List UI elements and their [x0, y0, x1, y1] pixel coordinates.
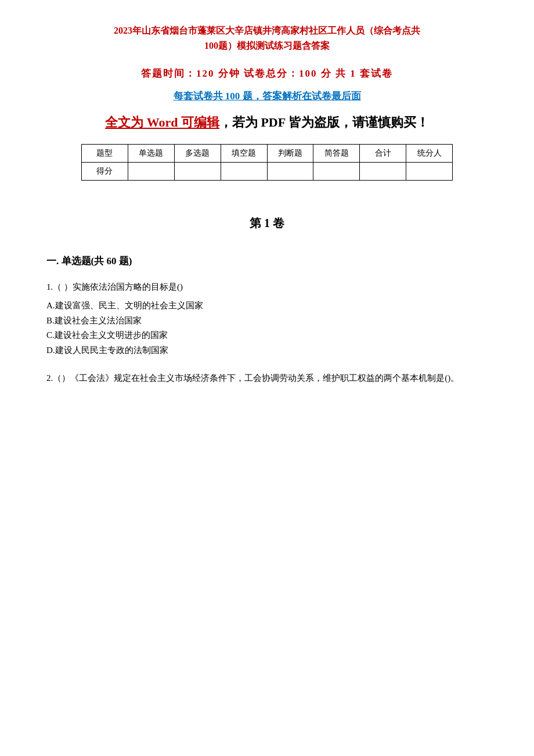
exam-meta: 答题时间：120 分钟 试卷总分：100 分 共 1 套试卷: [46, 67, 488, 80]
question-1-option-a: A.建设富强、民主、文明的社会主义国家: [46, 298, 488, 314]
table-header-cell: 合计: [360, 145, 406, 163]
section1-heading: 一. 单选题(共 60 题): [46, 254, 488, 268]
table-score-cell: [174, 163, 221, 181]
word-notice: 全文为 Word 可编辑，若为 PDF 皆为盗版，请谨慎购买！: [46, 112, 488, 132]
table-score-label: 得分: [82, 163, 128, 181]
question-1: 1.（ ）实施依法治国方略的目标是() A.建设富强、民主、文明的社会主义国家 …: [46, 279, 488, 358]
question-2-text: 2.（）《工会法》规定在社会主义市场经济条件下，工会协调劳动关系，维护职工权益的…: [46, 370, 488, 386]
table-header-cell: 单选题: [128, 145, 174, 163]
table-score-row: 得分: [82, 163, 453, 181]
table-score-cell: [360, 163, 406, 181]
question-2: 2.（）《工会法》规定在社会主义市场经济条件下，工会协调劳动关系，维护职工权益的…: [46, 370, 488, 386]
table-score-cell: [267, 163, 313, 181]
highlight-line: 每套试卷共 100 题，答案解析在试卷最后面: [46, 89, 488, 103]
table-header-cell: 简答题: [313, 145, 360, 163]
table-header-cell: 统分人: [406, 145, 453, 163]
volume-title: 第 1 卷: [46, 215, 488, 231]
table-score-cell: [128, 163, 174, 181]
table-header-cell: 多选题: [174, 145, 221, 163]
table-header-cell: 判断题: [267, 145, 313, 163]
page-title: 2023年山东省烟台市蓬莱区大辛店镇井湾高家村社区工作人员（综合考点共 100题…: [46, 23, 488, 53]
table-header-cell: 题型: [82, 145, 128, 163]
score-table: 题型 单选题 多选题 填空题 判断题 简答题 合计 统分人 得分: [81, 144, 453, 181]
table-score-cell: [406, 163, 453, 181]
question-1-option-b: B.建设社会主义法治国家: [46, 314, 488, 329]
table-header-cell: 填空题: [221, 145, 267, 163]
question-1-option-d: D.建设人民民主专政的法制国家: [46, 343, 488, 358]
table-score-cell: [221, 163, 267, 181]
question-1-text: 1.（ ）实施依法治国方略的目标是(): [46, 279, 488, 295]
table-score-cell: [313, 163, 360, 181]
table-header-row: 题型 单选题 多选题 填空题 判断题 简答题 合计 统分人: [82, 145, 453, 163]
question-1-option-c: C.建设社会主义文明进步的国家: [46, 328, 488, 343]
